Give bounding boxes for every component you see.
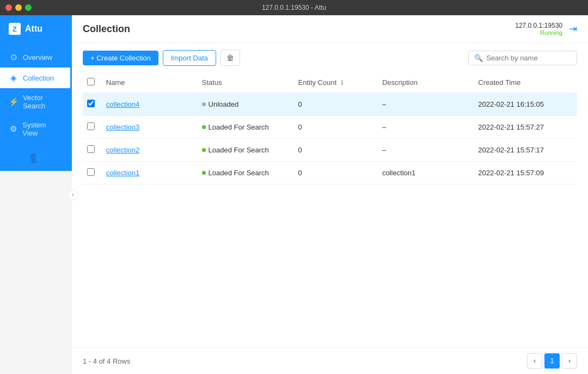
logout-button[interactable]: ⇥: [569, 23, 577, 35]
table-row: collection4 Unloaded 0 – 2022-02-21 16:1…: [83, 93, 577, 116]
sidebar: Z Attu ⊙ Overview ◈ Collection ⚡ Vector …: [0, 15, 72, 171]
search-icon: 🔍: [474, 54, 483, 62]
status-label: Loaded For Search: [209, 169, 269, 177]
entity-count-cell: 0: [293, 162, 377, 185]
window-title: 127.0.0.1:19530 - Attu: [262, 4, 326, 11]
table-container: Name Status Entity Count ℹ Description: [72, 72, 588, 347]
entity-count-info-icon[interactable]: ℹ: [341, 79, 344, 87]
sidebar-item-label-overview: Overview: [23, 53, 52, 62]
prev-page-button[interactable]: ‹: [527, 353, 542, 369]
toolbar: + Create Collection Import Data 🗑 🔍: [72, 43, 588, 72]
sidebar-collapse-button[interactable]: ‹: [68, 189, 78, 200]
server-info: 127.0.0.1:19530 Running: [515, 22, 562, 36]
collection-link[interactable]: collection2: [106, 146, 139, 154]
sidebar-item-system-view[interactable]: ⚙ System View: [0, 115, 72, 143]
col-header-name: Name: [102, 72, 198, 93]
row-checkbox[interactable]: [87, 145, 95, 153]
created-time-cell: 2022-02-21 15:57:17: [474, 139, 577, 162]
status-cell: Loaded For Search: [202, 146, 290, 154]
collection-icon: ◈: [9, 73, 19, 83]
search-box[interactable]: 🔍: [468, 51, 577, 65]
sidebar-nav: ⊙ Overview ◈ Collection ⚡ Vector Search …: [0, 42, 72, 143]
overview-icon: ⊙: [9, 52, 19, 62]
collection-link[interactable]: collection1: [106, 169, 139, 177]
traffic-lights: [5, 4, 32, 11]
status-label: Loaded For Search: [209, 123, 269, 131]
server-status-badge: Running: [515, 29, 562, 36]
sidebar-item-label-collection: Collection: [23, 74, 54, 82]
server-address: 127.0.0.1:19530: [515, 22, 562, 29]
row-checkbox[interactable]: [87, 168, 95, 176]
main-content: Collection 127.0.0.1:19530 Running ⇥ + C…: [72, 15, 588, 374]
table-row: collection1 Loaded For Search 0 collecti…: [83, 162, 577, 185]
select-all-checkbox[interactable]: [87, 78, 95, 85]
sidebar-item-label-vector-search: Vector Search: [23, 94, 62, 110]
col-header-entity-count: Entity Count ℹ: [293, 72, 377, 93]
sidebar-footer: 👥: [0, 143, 72, 171]
row-checkbox[interactable]: [87, 100, 95, 107]
status-dot: [202, 102, 206, 106]
col-header-created-time: Created Time: [474, 72, 577, 93]
created-time-cell: 2022-02-21 15:57:27: [474, 116, 577, 139]
header-right: 127.0.0.1:19530 Running ⇥: [515, 22, 577, 36]
entity-count-cell: 0: [293, 93, 377, 116]
page-title: Collection: [83, 23, 130, 35]
app-logo: Z: [9, 23, 21, 35]
status-cell: Loaded For Search: [202, 123, 290, 131]
description-cell: –: [378, 116, 474, 139]
description-cell: collection1: [378, 162, 474, 185]
row-range: 1 - 4: [83, 357, 97, 365]
sidebar-header: Z Attu: [0, 15, 72, 42]
maximize-button[interactable]: [25, 4, 32, 11]
search-input[interactable]: [486, 54, 571, 62]
sidebar-item-vector-search[interactable]: ⚡ Vector Search: [0, 88, 72, 115]
status-label: Unloaded: [209, 100, 239, 108]
close-button[interactable]: [5, 4, 12, 11]
titlebar: 127.0.0.1:19530 - Attu: [0, 0, 588, 15]
app-name: Attu: [25, 24, 42, 34]
import-data-button[interactable]: Import Data: [163, 50, 216, 66]
entity-count-cell: 0: [293, 139, 377, 162]
row-range-info: 1 - 4 of 4 Rows: [83, 357, 130, 365]
delete-button[interactable]: 🗑: [220, 50, 240, 66]
total-rows: of 4 Rows: [99, 357, 131, 365]
users-icon[interactable]: 👥: [29, 150, 43, 163]
create-collection-button[interactable]: + Create Collection: [83, 51, 158, 65]
created-time-cell: 2022-02-21 16:15:05: [474, 93, 577, 116]
delete-icon: 🗑: [226, 53, 234, 62]
status-cell: Unloaded: [202, 100, 290, 108]
table-footer: 1 - 4 of 4 Rows ‹ 1 ›: [72, 347, 588, 374]
table-header-row: Name Status Entity Count ℹ Description: [83, 72, 577, 93]
collection-link[interactable]: collection3: [106, 123, 139, 131]
next-page-button[interactable]: ›: [562, 353, 577, 369]
sidebar-item-label-system-view: System View: [22, 121, 62, 137]
table-row: collection3 Loaded For Search 0 – 2022-0…: [83, 116, 577, 139]
status-cell: Loaded For Search: [202, 169, 290, 177]
status-label: Loaded For Search: [209, 146, 269, 154]
col-header-status: Status: [198, 72, 294, 93]
pagination: ‹ 1 ›: [527, 353, 577, 369]
sidebar-item-overview[interactable]: ⊙ Overview: [0, 47, 72, 68]
status-dot: [202, 171, 206, 175]
main-header: Collection 127.0.0.1:19530 Running ⇥: [72, 15, 588, 43]
table-row: collection2 Loaded For Search 0 – 2022-0…: [83, 139, 577, 162]
page-1-button[interactable]: 1: [544, 353, 560, 369]
description-cell: –: [378, 93, 474, 116]
system-view-icon: ⚙: [9, 124, 18, 134]
collection-link[interactable]: collection4: [106, 100, 139, 108]
vector-search-icon: ⚡: [9, 97, 19, 107]
status-dot: [202, 125, 206, 129]
created-time-cell: 2022-02-21 15:57:09: [474, 162, 577, 185]
minimize-button[interactable]: [15, 4, 22, 11]
entity-count-cell: 0: [293, 116, 377, 139]
description-cell: –: [378, 139, 474, 162]
status-dot: [202, 148, 206, 152]
collections-table: Name Status Entity Count ℹ Description: [83, 72, 577, 185]
sidebar-item-collection[interactable]: ◈ Collection: [0, 68, 72, 88]
row-checkbox[interactable]: [87, 122, 95, 130]
col-header-description: Description: [378, 72, 474, 93]
